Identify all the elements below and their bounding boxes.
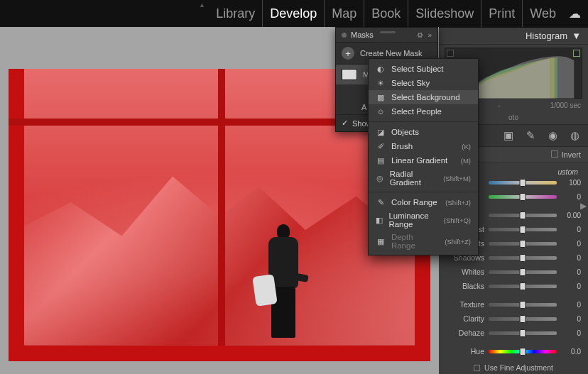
panel-gear-icon[interactable]: ⚙ — [417, 31, 423, 39]
mask-thumb-icon — [342, 69, 357, 80]
plus-icon: + — [342, 47, 354, 60]
panel-grip-icon[interactable] — [380, 31, 396, 33]
crop-tool-icon[interactable]: ▣ — [503, 129, 513, 142]
nav-map[interactable]: Map — [325, 0, 364, 27]
brush-icon: ✐ — [376, 141, 386, 151]
histogram-title: Histogram — [526, 31, 567, 41]
menu-objects[interactable]: ◪Objects — [369, 125, 478, 139]
people-icon: ☺ — [376, 106, 386, 116]
nav-library[interactable]: Library — [209, 0, 263, 27]
nav-book[interactable]: Book — [364, 0, 408, 27]
collapse-icon[interactable]: ▼ — [572, 31, 581, 41]
slider-clarity[interactable]: Clarity0 — [446, 314, 581, 324]
objects-icon: ◪ — [376, 127, 386, 137]
menu-luminance-range[interactable]: ◧Luminance Range(Shift+Q) — [369, 209, 478, 231]
collapse-top-icon[interactable]: ▲ — [199, 1, 205, 9]
mask-type-menu: ◐Select Subject ☀Select Sky ▩Select Back… — [368, 58, 479, 255]
panel-dot-icon — [342, 33, 347, 38]
background-icon: ▩ — [376, 92, 386, 102]
linear-icon: ▤ — [376, 155, 386, 165]
menu-select-subject[interactable]: ◐Select Subject — [369, 62, 478, 76]
luminance-icon: ◧ — [376, 215, 383, 225]
nav-print[interactable]: Print — [481, 0, 523, 27]
slider-hue[interactable]: Hue0.0 — [446, 346, 581, 356]
menu-depth-range: ▦Depth Range(Shift+Z) — [369, 231, 478, 252]
fine-adjustment[interactable]: Use Fine Adjustment — [446, 361, 581, 374]
menu-select-sky[interactable]: ☀Select Sky — [369, 76, 478, 90]
redeye-tool-icon[interactable]: ◉ — [548, 129, 557, 142]
menu-color-range[interactable]: ✎Color Range(Shift+J) — [369, 195, 478, 209]
sky-icon: ☀ — [376, 78, 386, 88]
heal-tool-icon[interactable]: ✎ — [526, 129, 535, 142]
cloud-sync-icon[interactable]: ☁ — [569, 6, 581, 21]
photo-subject — [257, 224, 307, 348]
nav-slideshow[interactable]: Slideshow — [408, 0, 481, 27]
collapse-right-icon[interactable]: ▶ — [580, 201, 587, 211]
menu-select-people[interactable]: ☺Select People — [369, 104, 478, 119]
histogram-header[interactable]: Histogram ▼ — [439, 28, 588, 45]
menu-select-background[interactable]: ▩Select Background — [369, 90, 478, 104]
nav-develop[interactable]: Develop — [263, 0, 325, 27]
masks-title: Masks — [351, 31, 374, 39]
module-switcher: ▲ Library Develop Map Book Slideshow Pri… — [0, 0, 588, 27]
mask-tool-icon[interactable]: ◍ — [570, 129, 579, 142]
slider-whites[interactable]: Whites0 — [446, 267, 581, 277]
check-icon: ✓ — [342, 119, 348, 128]
radial-icon: ◎ — [376, 173, 384, 183]
slider-blacks[interactable]: Blacks0 — [446, 281, 581, 291]
nav-web[interactable]: Web — [523, 0, 563, 27]
slider-dehaze[interactable]: Dehaze0 — [446, 328, 581, 338]
subject-icon: ◐ — [376, 64, 386, 74]
menu-radial-gradient[interactable]: ◎Radial Gradient(Shift+M) — [369, 167, 478, 189]
slider-texture[interactable]: Texture0 — [446, 299, 581, 309]
masks-header[interactable]: Masks ⚙» — [336, 28, 437, 43]
menu-brush[interactable]: ✐Brush(K) — [369, 139, 478, 153]
depth-icon: ▦ — [376, 236, 386, 246]
panel-expand-icon[interactable]: » — [428, 31, 432, 39]
invert-toggle[interactable]: Invert — [551, 150, 581, 159]
eyedropper-icon: ✎ — [376, 197, 386, 207]
menu-linear-gradient[interactable]: ▤Linear Gradient(M) — [369, 153, 478, 167]
main-area: Histogram ▼ -- 1/000 sec oto ▣ ✎ ◉ ◍ oun… — [0, 27, 588, 374]
